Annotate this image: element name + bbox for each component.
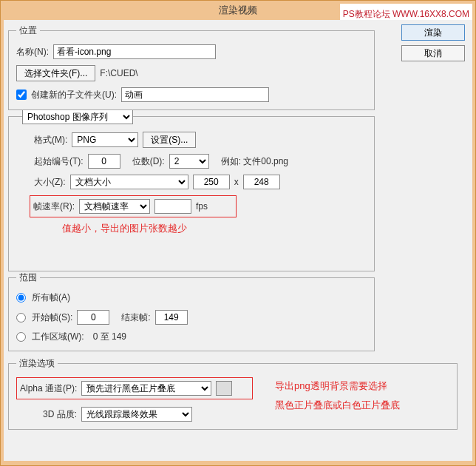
name-label: 名称(N): <box>16 46 49 58</box>
alpha-select[interactable]: 预先进行黑色正片叠底 <box>81 381 211 396</box>
fps-annotation: 值越小，导出的图片张数越少 <box>62 222 367 235</box>
digits-label: 位数(D): <box>132 155 165 168</box>
render-options-legend: 渲染选项 <box>16 357 58 370</box>
end-frame-label: 结束帧: <box>121 311 150 324</box>
digits-select[interactable]: 2 <box>169 154 209 169</box>
fps-label: 帧速率(R): <box>33 200 75 213</box>
select-folder-button[interactable]: 选择文件夹(F)... <box>16 65 95 81</box>
example-label: 例如: 文件00.png <box>221 155 288 168</box>
settings-button[interactable]: 设置(S)... <box>143 132 196 148</box>
cancel-button[interactable]: 取消 <box>401 45 465 61</box>
start-frame-radio[interactable] <box>16 313 26 323</box>
main-column: 位置 名称(N): 选择文件夹(F)... F:\CUED\ 创建新的子文件夹(… <box>8 24 390 351</box>
folder-path-label: F:\CUED\ <box>100 68 137 78</box>
x-label: x <box>234 177 239 187</box>
render-button[interactable]: 渲染 <box>401 24 465 41</box>
window-title: 渲染视频 <box>219 4 257 16</box>
start-number-label: 起始编号(T): <box>34 155 84 168</box>
name-input[interactable] <box>53 44 216 59</box>
button-panel: 渲染 取消 <box>401 24 465 66</box>
size-label: 大小(Z): <box>34 176 66 189</box>
alpha-annotation-line2: 黑色正片叠底或白色正片叠底 <box>275 398 400 413</box>
fps-highlight-box: 帧速率(R): 文档帧速率 fps <box>30 195 237 217</box>
height-input[interactable] <box>243 175 280 189</box>
output-type-select[interactable]: Photoshop 图像序列 <box>22 109 133 124</box>
all-frames-label: 所有帧(A) <box>32 291 70 304</box>
work-area-label: 工作区域(W): <box>32 331 84 343</box>
start-frame-input[interactable] <box>77 310 109 325</box>
quality-select[interactable]: 光线跟踪最终效果 <box>81 407 192 422</box>
format-select[interactable]: PNG <box>72 132 138 147</box>
subfolder-input[interactable] <box>121 87 269 102</box>
location-legend: 位置 <box>16 24 40 37</box>
width-input[interactable] <box>193 175 230 189</box>
create-subfolder-checkbox[interactable] <box>16 90 27 100</box>
alpha-annotation-line1: 导出png透明背景需要选择 <box>275 379 387 394</box>
titlebar: 渲染视频 PS教程论坛 WWW.16XX8.COM <box>1 1 475 20</box>
all-frames-radio[interactable] <box>16 293 26 303</box>
start-frame-label: 开始帧(S): <box>32 311 72 324</box>
render-video-dialog: 渲染视频 PS教程论坛 WWW.16XX8.COM 渲染 取消 位置 名称(N)… <box>0 0 476 466</box>
color-swatch[interactable] <box>216 381 232 396</box>
fps-select[interactable]: 文档帧速率 <box>79 199 150 214</box>
location-fieldset: 位置 名称(N): 选择文件夹(F)... F:\CUED\ 创建新的子文件夹(… <box>8 24 375 110</box>
quality-label: 3D 品质: <box>43 408 77 421</box>
alpha-highlight-box: Alpha 通道(P): 预先进行黑色正片叠底 <box>16 377 253 399</box>
start-number-input[interactable] <box>88 154 120 169</box>
dialog-content: 渲染 取消 位置 名称(N): 选择文件夹(F)... F:\CUED\ 创建新… <box>4 20 472 461</box>
sequence-fieldset: Photoshop 图像序列 格式(M): PNG 设置(S)... 起始编号(… <box>8 116 375 271</box>
work-area-radio[interactable] <box>16 332 26 342</box>
range-legend: 范围 <box>16 271 40 284</box>
range-fieldset: 范围 所有帧(A) 开始帧(S): 结束帧: 工作区域(W): 0 至 149 <box>8 271 375 351</box>
create-subfolder-label: 创建新的子文件夹(U): <box>31 89 117 101</box>
work-area-range: 0 至 149 <box>93 331 126 343</box>
size-select[interactable]: 文档大小 <box>70 175 188 189</box>
end-frame-input[interactable] <box>155 310 188 325</box>
alpha-label: Alpha 通道(P): <box>20 382 77 395</box>
render-options-fieldset: 渲染选项 Alpha 通道(P): 预先进行黑色正片叠底 导出png透明背景需要… <box>8 357 458 430</box>
format-label: 格式(M): <box>34 134 67 146</box>
fps-unit-label: fps <box>196 201 208 212</box>
fps-input[interactable] <box>154 199 191 214</box>
